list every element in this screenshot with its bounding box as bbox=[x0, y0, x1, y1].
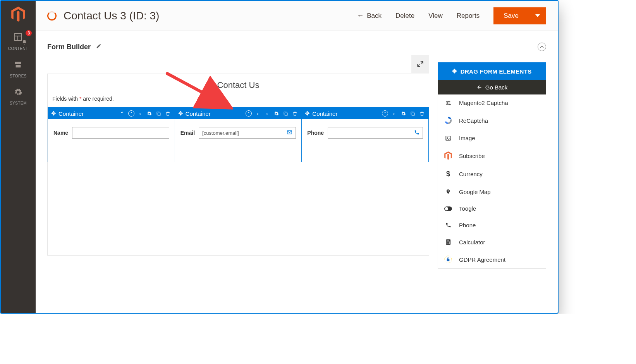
sidebar-item-label: SYSTEM bbox=[10, 101, 27, 106]
gear-icon bbox=[14, 88, 22, 99]
svg-rect-3 bbox=[158, 113, 161, 115]
phone-input[interactable] bbox=[328, 127, 423, 139]
gdpr-lock-icon bbox=[443, 256, 453, 263]
svg-rect-15 bbox=[447, 240, 449, 242]
delete-button[interactable]: Delete bbox=[395, 12, 414, 20]
palette-item-recaptcha[interactable]: ReCaptcha bbox=[438, 111, 546, 130]
form-title: Contact Us bbox=[48, 74, 429, 94]
save-dropdown[interactable] bbox=[529, 7, 546, 24]
svg-point-13 bbox=[445, 207, 448, 210]
chevron-right-icon[interactable]: › bbox=[263, 110, 270, 117]
gear-icon[interactable] bbox=[273, 110, 280, 117]
field-phone: Phone bbox=[307, 127, 423, 139]
phone-icon bbox=[443, 222, 453, 228]
trash-icon[interactable] bbox=[291, 110, 298, 117]
collapse-icon[interactable]: ⌃ bbox=[246, 110, 252, 117]
palette-item-phone[interactable]: Phone bbox=[438, 217, 546, 234]
containers-row: Container ⌃ ⌃ › Name bbox=[48, 107, 429, 162]
form-canvas: Contact Us Fields with * are required. C… bbox=[47, 74, 429, 256]
expand-canvas-button[interactable] bbox=[411, 55, 429, 73]
svg-point-8 bbox=[447, 102, 448, 103]
dollar-icon: $ bbox=[443, 170, 453, 178]
palette-item-currency[interactable]: $Currency bbox=[438, 165, 546, 183]
magento-icon bbox=[443, 151, 453, 160]
palette-item-toogle[interactable]: Toogle bbox=[438, 200, 546, 217]
palette-item-gdpr[interactable]: GDPR Agreement bbox=[438, 251, 546, 268]
form-container[interactable]: Container ⌃ ⌃ › Name bbox=[48, 107, 175, 162]
envelope-icon bbox=[287, 129, 292, 136]
collapse-section-icon[interactable] bbox=[538, 43, 546, 51]
form-container[interactable]: Container ⌃ ‹ Phone bbox=[302, 107, 429, 162]
palette-item-subscribe[interactable]: Subscribe bbox=[438, 146, 546, 165]
magento-logo[interactable] bbox=[1, 1, 36, 28]
admin-sidebar: 3 CONTENT STORES SYSTEM bbox=[1, 1, 36, 313]
chevron-right-icon[interactable]: › bbox=[137, 110, 144, 117]
recaptcha-icon bbox=[443, 116, 453, 125]
email-input[interactable]: [customer.email] bbox=[199, 127, 296, 139]
palette-heading: DRAG FORM ELEMENTS bbox=[438, 62, 546, 80]
svg-point-17 bbox=[448, 242, 448, 242]
trash-icon[interactable] bbox=[418, 110, 425, 117]
move-icon bbox=[452, 68, 457, 75]
sidebar-item-stores[interactable]: STORES bbox=[1, 56, 36, 83]
move-icon[interactable] bbox=[305, 110, 310, 117]
svg-rect-4 bbox=[285, 113, 287, 115]
back-button[interactable]: Back bbox=[357, 12, 382, 20]
gear-icon[interactable] bbox=[400, 110, 407, 117]
chevron-left-icon[interactable]: ‹ bbox=[254, 110, 261, 117]
field-name: Name bbox=[53, 127, 169, 139]
spinner-icon bbox=[47, 11, 57, 21]
section-title: Form Builder bbox=[47, 43, 91, 51]
field-email: Email [customer.email] bbox=[180, 127, 296, 139]
bell-icon bbox=[22, 39, 27, 46]
stores-icon bbox=[14, 60, 22, 71]
sidebar-item-label: STORES bbox=[10, 74, 27, 79]
main-content: Form Builder Contact Us Fields with * ar… bbox=[36, 31, 558, 313]
form-container[interactable]: Container ⌃ ‹ › Email bbox=[175, 107, 302, 162]
svg-point-7 bbox=[449, 101, 450, 102]
sliders-icon bbox=[443, 100, 453, 106]
chevron-up-icon[interactable]: ⌃ bbox=[119, 110, 126, 117]
image-icon bbox=[443, 135, 453, 141]
sidebar-item-system[interactable]: SYSTEM bbox=[1, 83, 36, 110]
notification-badge: 3 bbox=[26, 30, 32, 36]
field-label: Name bbox=[53, 130, 68, 136]
gear-icon[interactable] bbox=[146, 110, 153, 117]
field-label: Phone bbox=[307, 130, 324, 136]
save-button[interactable]: Save bbox=[493, 7, 529, 24]
collapse-icon[interactable]: ⌃ bbox=[128, 110, 134, 117]
edit-section-icon[interactable] bbox=[96, 43, 101, 50]
map-pin-icon bbox=[443, 188, 453, 195]
copy-icon[interactable] bbox=[409, 110, 416, 117]
palette-item-magento2-captcha[interactable]: Magento2 Captcha bbox=[438, 94, 546, 111]
page-title: Contact Us 3 (ID: 3) bbox=[64, 10, 159, 22]
svg-point-19 bbox=[447, 243, 448, 244]
trash-icon[interactable] bbox=[165, 110, 172, 117]
view-button[interactable]: View bbox=[428, 12, 443, 20]
reports-button[interactable]: Reports bbox=[457, 12, 480, 20]
palette-item-google-map[interactable]: Google Map bbox=[438, 183, 546, 200]
sidebar-item-label: CONTENT bbox=[8, 46, 28, 51]
svg-rect-10 bbox=[446, 136, 450, 140]
copy-icon[interactable] bbox=[282, 110, 289, 117]
name-input[interactable] bbox=[72, 127, 169, 139]
svg-point-9 bbox=[449, 104, 450, 105]
phone-icon bbox=[414, 130, 419, 136]
field-label: Email bbox=[180, 130, 195, 136]
palette-item-image[interactable]: Image bbox=[438, 130, 546, 146]
palette-item-calculator[interactable]: Calculator bbox=[438, 234, 546, 251]
svg-point-18 bbox=[449, 242, 449, 242]
move-icon[interactable] bbox=[178, 110, 183, 117]
palette-go-back[interactable]: Go Back bbox=[438, 80, 546, 94]
page-header: Contact Us 3 (ID: 3) Back Delete View Re… bbox=[36, 1, 558, 31]
sidebar-item-content[interactable]: 3 CONTENT bbox=[1, 28, 36, 56]
chevron-left-icon[interactable]: ‹ bbox=[390, 110, 397, 117]
required-note: Fields with * are required. bbox=[48, 94, 429, 107]
collapse-icon[interactable]: ⌃ bbox=[382, 110, 388, 117]
move-icon[interactable] bbox=[51, 110, 56, 117]
toggle-icon bbox=[443, 206, 453, 211]
svg-point-20 bbox=[448, 243, 448, 244]
svg-rect-6 bbox=[412, 113, 414, 115]
svg-point-16 bbox=[447, 242, 448, 242]
copy-icon[interactable] bbox=[155, 110, 162, 117]
